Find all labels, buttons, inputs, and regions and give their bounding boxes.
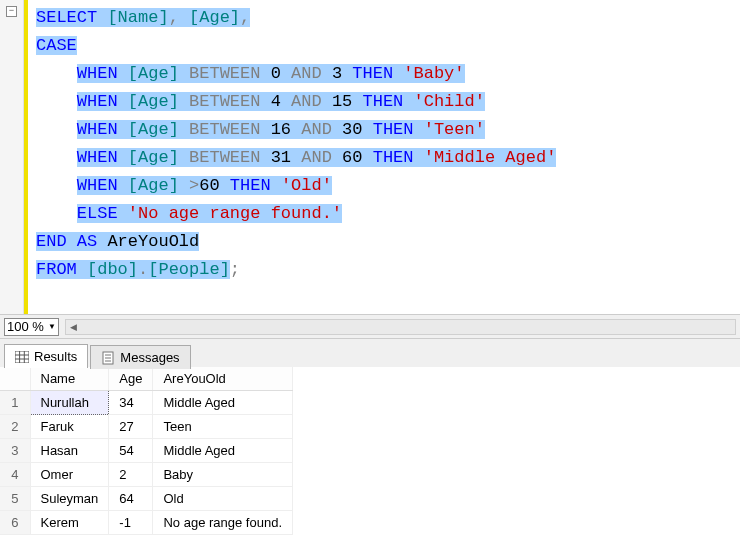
- horizontal-scrollbar[interactable]: ◀: [65, 319, 736, 335]
- cell-name[interactable]: Faruk: [30, 415, 109, 439]
- results-table: Name Age AreYouOld 1 Nurullah 34 Middle …: [0, 367, 293, 535]
- cell-areyouold[interactable]: Middle Aged: [153, 439, 293, 463]
- table-row[interactable]: 5 Suleyman 64 Old: [0, 487, 293, 511]
- table-row[interactable]: 1 Nurullah 34 Middle Aged: [0, 391, 293, 415]
- row-number[interactable]: 3: [0, 439, 30, 463]
- col-name: [Name]: [107, 8, 168, 27]
- code-content[interactable]: SELECT [Name], [Age], CASE WHEN [Age] BE…: [28, 0, 564, 314]
- col-header-name[interactable]: Name: [30, 367, 109, 391]
- cell-age[interactable]: 34: [109, 391, 153, 415]
- kw-select: SELECT: [36, 8, 97, 27]
- tab-results[interactable]: Results: [4, 344, 88, 368]
- cell-name[interactable]: Omer: [30, 463, 109, 487]
- editor-gutter: −: [0, 0, 24, 314]
- kw-case: CASE: [36, 36, 77, 55]
- tab-messages-label: Messages: [120, 350, 179, 365]
- cell-areyouold[interactable]: Teen: [153, 415, 293, 439]
- row-number[interactable]: 5: [0, 487, 30, 511]
- cell-age[interactable]: 54: [109, 439, 153, 463]
- results-grid[interactable]: Name Age AreYouOld 1 Nurullah 34 Middle …: [0, 367, 740, 535]
- cell-name[interactable]: Suleyman: [30, 487, 109, 511]
- col-header-areyouold[interactable]: AreYouOld: [153, 367, 293, 391]
- zoom-bar: 100 % ▼ ◀: [0, 315, 740, 339]
- chevron-down-icon: ▼: [48, 322, 56, 331]
- col-header-age[interactable]: Age: [109, 367, 153, 391]
- row-number[interactable]: 6: [0, 511, 30, 535]
- tab-messages[interactable]: Messages: [90, 345, 190, 369]
- zoom-value: 100 %: [7, 319, 44, 334]
- svg-rect-0: [15, 351, 29, 363]
- cell-age[interactable]: 2: [109, 463, 153, 487]
- cell-name[interactable]: Hasan: [30, 439, 109, 463]
- grid-icon: [15, 351, 29, 363]
- results-tabs: Results Messages: [0, 339, 740, 367]
- table-row[interactable]: 3 Hasan 54 Middle Aged: [0, 439, 293, 463]
- col-age: [Age]: [189, 8, 240, 27]
- row-number[interactable]: 4: [0, 463, 30, 487]
- document-icon: [101, 351, 115, 365]
- table-row[interactable]: 2 Faruk 27 Teen: [0, 415, 293, 439]
- cell-areyouold[interactable]: No age range found.: [153, 511, 293, 535]
- zoom-dropdown[interactable]: 100 % ▼: [4, 318, 59, 336]
- table-row[interactable]: 6 Kerem -1 No age range found.: [0, 511, 293, 535]
- cell-areyouold[interactable]: Old: [153, 487, 293, 511]
- cell-name[interactable]: Kerem: [30, 511, 109, 535]
- corner-cell[interactable]: [0, 367, 30, 391]
- cell-areyouold[interactable]: Middle Aged: [153, 391, 293, 415]
- row-number[interactable]: 1: [0, 391, 30, 415]
- cell-age[interactable]: 27: [109, 415, 153, 439]
- sql-editor[interactable]: − SELECT [Name], [Age], CASE WHEN [Age] …: [0, 0, 740, 315]
- scroll-left-icon[interactable]: ◀: [66, 320, 82, 334]
- cell-name[interactable]: Nurullah: [30, 391, 109, 415]
- fold-collapse-icon[interactable]: −: [6, 6, 17, 17]
- table-row[interactable]: 4 Omer 2 Baby: [0, 463, 293, 487]
- table-header-row: Name Age AreYouOld: [0, 367, 293, 391]
- tab-results-label: Results: [34, 349, 77, 364]
- cell-age[interactable]: 64: [109, 487, 153, 511]
- row-number[interactable]: 2: [0, 415, 30, 439]
- cell-age[interactable]: -1: [109, 511, 153, 535]
- cell-areyouold[interactable]: Baby: [153, 463, 293, 487]
